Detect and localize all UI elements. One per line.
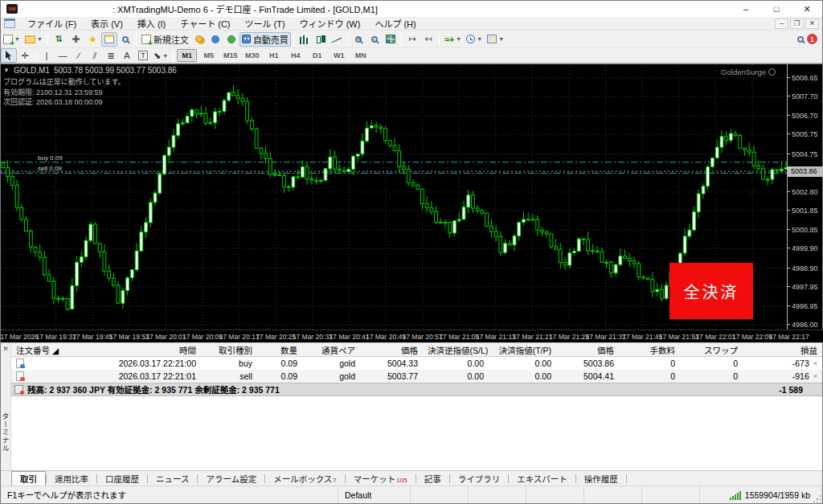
- terminal-tab-2[interactable]: 口座履歴: [97, 471, 147, 486]
- crosshair-tool-button[interactable]: ✛: [17, 48, 33, 63]
- shapes-button[interactable]: ⬊▼: [151, 48, 170, 63]
- horizontal-line-button[interactable]: —: [55, 48, 71, 63]
- menu-item[interactable]: ツール (T): [238, 17, 293, 30]
- column-header[interactable]: 注文番号 ◢: [11, 344, 82, 356]
- terminal-tab-10[interactable]: 操作履歴: [576, 471, 626, 486]
- menu-item[interactable]: ウィンドウ (W): [293, 17, 368, 30]
- terminal-tab-7[interactable]: 記事: [416, 471, 449, 486]
- status-profile[interactable]: Default: [338, 486, 411, 503]
- column-header[interactable]: 数量: [257, 344, 302, 356]
- column-header[interactable]: 取引種別: [201, 344, 257, 356]
- menu-item[interactable]: 表示 (V): [84, 17, 130, 30]
- indicators-button[interactable]: ≈+▼: [442, 32, 464, 47]
- strategy-tester-button[interactable]: [117, 32, 133, 47]
- auto-scroll-button[interactable]: ↦: [404, 32, 420, 47]
- templates-button[interactable]: ▼: [485, 32, 506, 47]
- order-row[interactable]: 2026.03.17 22:21:01sell0.09gold5003.770.…: [11, 370, 822, 383]
- one-click-trading-toggle[interactable]: ▼: [3, 67, 10, 74]
- terminal-tab-5[interactable]: メールボックス7: [265, 471, 345, 486]
- close-all-button[interactable]: 全決済: [669, 263, 753, 319]
- text-tool-button[interactable]: A: [119, 48, 135, 63]
- vertical-line-button[interactable]: |: [39, 48, 55, 63]
- column-header[interactable]: 価格: [360, 344, 423, 356]
- new-order-button[interactable]: 新規注文: [139, 32, 191, 47]
- timeframe-button-h4[interactable]: H4: [285, 49, 305, 62]
- mdi-minimize-button[interactable]: –: [775, 18, 788, 29]
- terminal-tab-9[interactable]: エキスパート: [509, 471, 575, 486]
- tile-windows-button[interactable]: [383, 32, 399, 47]
- data-window-button[interactable]: ✚: [68, 32, 84, 47]
- channel-icon: ⫽: [93, 51, 97, 61]
- column-header[interactable]: 損益: [743, 344, 822, 356]
- timeframe-button-h1[interactable]: H1: [264, 49, 284, 62]
- profiles-button[interactable]: ▼: [23, 32, 45, 47]
- resize-grip[interactable]: [813, 494, 821, 502]
- signals-button[interactable]: [223, 32, 240, 47]
- chart-shift-button[interactable]: ↤: [420, 32, 436, 47]
- status-help-text: F1キーでヘルプが表示されます: [1, 486, 338, 503]
- timeframe-button-w1[interactable]: W1: [329, 49, 349, 62]
- metaquotes-button[interactable]: [191, 32, 207, 47]
- terminal-tab-8[interactable]: ライブラリ: [450, 471, 509, 486]
- timeframe-button-m15[interactable]: M15: [220, 49, 240, 62]
- menu-item[interactable]: ヘルプ (H): [367, 17, 423, 30]
- navigator-button[interactable]: ★: [84, 32, 101, 47]
- column-header[interactable]: 手数料: [619, 344, 680, 356]
- menu-item[interactable]: ファイル (F): [20, 17, 84, 30]
- timeframe-button-m1[interactable]: M1: [177, 49, 197, 62]
- zoom-in-button[interactable]: +: [350, 32, 366, 47]
- terminal-tab-trade[interactable]: 取引: [11, 471, 46, 486]
- chart-candlesticks-button[interactable]: [313, 32, 329, 47]
- cursor-tool-button[interactable]: [1, 48, 17, 63]
- timeframe-button-m30[interactable]: M30: [242, 49, 262, 62]
- menu-item[interactable]: チャート (C): [173, 17, 237, 30]
- close-position-icon[interactable]: ×: [813, 359, 817, 367]
- search-icon[interactable]: [797, 36, 804, 43]
- maximize-button[interactable]: □: [761, 1, 792, 17]
- close-button[interactable]: ✕: [792, 1, 822, 17]
- close-position-icon[interactable]: ×: [813, 372, 817, 380]
- column-header[interactable]: 時間: [82, 344, 201, 356]
- column-header[interactable]: スワップ: [680, 344, 743, 356]
- timeframe-button-d1[interactable]: D1: [307, 49, 327, 62]
- column-header[interactable]: 価格: [556, 344, 619, 356]
- menu-item[interactable]: 挿入 (I): [130, 17, 173, 30]
- mdi-close-button[interactable]: ✕: [805, 18, 819, 29]
- timeframe-button-mn[interactable]: MN: [350, 49, 371, 62]
- mdi-restore-button[interactable]: ❐: [790, 18, 804, 29]
- terminal-toggle-button[interactable]: [101, 32, 117, 47]
- chart-line-button[interactable]: [329, 32, 345, 47]
- label-tool-button[interactable]: T: [135, 48, 151, 63]
- chart-window-icon[interactable]: [4, 18, 15, 28]
- minimize-button[interactable]: –: [731, 1, 761, 17]
- price-tick-label: 4996.95: [792, 302, 818, 310]
- tester-magnifier-icon: [122, 36, 129, 43]
- terminal-tab-6[interactable]: マーケット105: [346, 471, 416, 486]
- column-header[interactable]: 決済指値(T/P): [489, 344, 556, 356]
- order-cell: 0: [680, 371, 743, 381]
- column-header[interactable]: 通貨ペア: [302, 344, 360, 356]
- community-button[interactable]: [207, 32, 223, 47]
- terminal-tab-4[interactable]: アラーム設定: [198, 471, 264, 486]
- market-watch-button[interactable]: ⇅: [51, 32, 68, 47]
- column-header[interactable]: 決済逆指値(S/L): [423, 344, 489, 356]
- ea-expiry-line: 有効期限: 2100.12.31 23:59:59: [3, 88, 125, 98]
- channel-button[interactable]: ⫽: [87, 48, 103, 63]
- timeframe-button-m5[interactable]: M5: [199, 49, 219, 62]
- total-profit-value: -1 589: [779, 385, 822, 395]
- new-chart-button[interactable]: ▼: [1, 32, 23, 47]
- periods-button[interactable]: ▼: [464, 32, 485, 47]
- chart-plot[interactable]: ▼ GOLD,M1 5003.78 5003.99 5003.77 5003.8…: [1, 64, 787, 330]
- autotrading-button[interactable]: 自動売買: [240, 32, 291, 47]
- notification-badge[interactable]: 1: [807, 34, 817, 44]
- zoom-out-button[interactable]: -: [366, 32, 383, 47]
- trendline-button[interactable]: ∕: [71, 48, 87, 63]
- terminal-close-icon[interactable]: ✕: [2, 345, 9, 353]
- price-tick-label: 5006.70: [792, 112, 818, 120]
- terminal-tab-1[interactable]: 運用比率: [47, 471, 96, 486]
- menu-bar: ファイル (F)表示 (V)挿入 (I)チャート (C)ツール (T)ウィンドウ…: [1, 17, 822, 31]
- fibonacci-button[interactable]: ≣: [103, 48, 119, 63]
- order-row[interactable]: 2026.03.17 22:21:00buy0.09gold5004.330.0…: [11, 357, 822, 370]
- chart-bars-button[interactable]: [297, 32, 313, 47]
- terminal-tab-3[interactable]: ニュース: [148, 471, 197, 486]
